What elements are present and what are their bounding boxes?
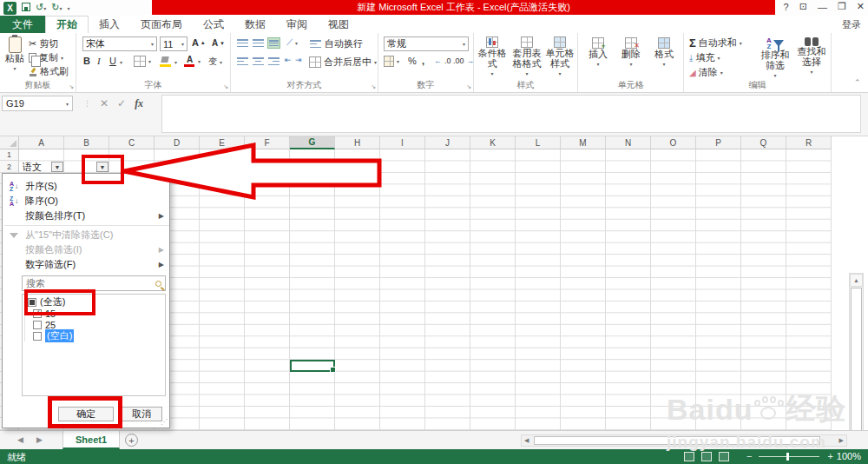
- column-header-O[interactable]: O: [651, 136, 696, 149]
- cancel-button[interactable]: 取消: [121, 407, 162, 421]
- save-button[interactable]: [22, 2, 30, 14]
- font-color-button[interactable]: A▾: [184, 56, 201, 67]
- tab-view[interactable]: 视图: [318, 16, 359, 33]
- borders-button[interactable]: ▾: [134, 56, 151, 67]
- phonetic-button[interactable]: 变▾: [208, 56, 222, 68]
- format-cells-button[interactable]: 格式▾: [649, 37, 679, 70]
- horizontal-scroll-thumb[interactable]: [534, 436, 820, 445]
- tab-insert[interactable]: 插入: [89, 16, 130, 33]
- align-right-button[interactable]: [267, 56, 280, 67]
- font-dialog-launcher[interactable]: ↘: [223, 83, 228, 90]
- scroll-left-arrow[interactable]: ◀: [524, 437, 529, 444]
- column-header-E[interactable]: E: [200, 136, 245, 149]
- sort-filter-button[interactable]: AZ 排序和筛选▾: [757, 37, 793, 81]
- percent-style-button[interactable]: %: [408, 56, 417, 66]
- increase-decimal-button[interactable]: ←.0: [434, 56, 451, 65]
- zoom-in-button[interactable]: +: [828, 451, 833, 461]
- column-header-G[interactable]: G: [290, 136, 335, 149]
- menu-clear-filter[interactable]: 从"15"中清除筛选(C): [3, 228, 169, 242]
- select-all-corner[interactable]: [0, 136, 19, 149]
- normal-view-button[interactable]: [684, 452, 694, 461]
- number-format-combo[interactable]: 常规▾: [384, 36, 469, 51]
- close-button[interactable]: ✕: [857, 1, 865, 12]
- middle-align-button[interactable]: [252, 37, 265, 49]
- align-left-button[interactable]: [236, 56, 249, 67]
- clipboard-dialog-launcher[interactable]: ↘: [69, 83, 74, 90]
- bold-button[interactable]: B: [83, 56, 90, 66]
- insert-function-button[interactable]: fx: [135, 97, 143, 110]
- align-center-button[interactable]: [252, 56, 265, 67]
- tab-page-layout[interactable]: 页面布局: [130, 16, 193, 33]
- help-button[interactable]: ?: [784, 2, 789, 12]
- delete-cells-button[interactable]: ✕ 删除▾: [616, 37, 646, 70]
- name-box[interactable]: G19▾: [2, 96, 73, 111]
- comma-style-button[interactable]: ,: [422, 56, 424, 66]
- column-header-L[interactable]: L: [516, 136, 561, 149]
- filter-item-3[interactable]: (空白): [23, 330, 165, 341]
- font-size-combo[interactable]: 11▾: [160, 36, 187, 51]
- filter-item-1[interactable]: 15: [23, 308, 165, 319]
- cancel-entry-button[interactable]: ✕: [100, 97, 108, 109]
- column-header-B[interactable]: B: [64, 136, 109, 149]
- column-header-D[interactable]: D: [155, 136, 200, 149]
- row-header-2[interactable]: 2: [0, 161, 19, 172]
- column-header-Q[interactable]: Q: [741, 136, 786, 149]
- italic-button[interactable]: I: [97, 56, 101, 66]
- enter-entry-button[interactable]: ✓: [117, 97, 126, 109]
- tab-review[interactable]: 审阅: [276, 16, 318, 33]
- accounting-format-button[interactable]: ▾: [384, 56, 399, 67]
- paste-button[interactable]: 粘贴▾: [3, 36, 26, 74]
- font-name-combo[interactable]: 宋体▾: [82, 36, 157, 51]
- filter-item-0[interactable]: (全选): [23, 296, 165, 308]
- scroll-up-arrow[interactable]: ▲: [850, 274, 863, 287]
- page-break-view-button[interactable]: [719, 452, 729, 461]
- shrink-font-button[interactable]: A▾: [212, 38, 224, 48]
- column-header-C[interactable]: C: [109, 136, 155, 149]
- menu-filter-by-color[interactable]: 按颜色筛选(I)▶: [3, 242, 169, 257]
- clear-button[interactable]: ◢清除▾: [689, 66, 723, 79]
- sheet-tab-sheet1[interactable]: Sheet1: [62, 431, 120, 449]
- autosum-button[interactable]: Σ自动求和▾: [689, 36, 742, 50]
- fill-color-button[interactable]: ▾: [160, 56, 177, 67]
- next-sheet-arrow[interactable]: ▶: [36, 435, 43, 444]
- prev-sheet-arrow[interactable]: ◀: [17, 435, 23, 444]
- checkbox-unchecked[interactable]: [33, 332, 42, 341]
- top-align-button[interactable]: [236, 37, 249, 49]
- format-as-table-button[interactable]: 套用表格格式▾: [510, 36, 543, 79]
- formula-input[interactable]: [161, 95, 861, 133]
- column-header-N[interactable]: N: [606, 136, 651, 149]
- alignment-dialog-launcher[interactable]: ↘: [371, 83, 376, 90]
- checkbox-indeterminate[interactable]: [28, 298, 36, 307]
- decrease-indent-button[interactable]: ⇤: [285, 56, 292, 64]
- filter-dropdown-b2[interactable]: ▼: [96, 162, 108, 172]
- column-header-K[interactable]: K: [470, 136, 516, 149]
- row-header-1[interactable]: 1: [0, 149, 19, 161]
- bottom-align-button[interactable]: [267, 37, 280, 49]
- zoom-out-button[interactable]: −: [746, 451, 752, 461]
- tab-file[interactable]: 文件: [0, 16, 45, 33]
- column-header-M[interactable]: M: [561, 136, 606, 149]
- menu-number-filters[interactable]: 数字筛选(F)▶: [3, 257, 169, 272]
- redo-button[interactable]: ↻▾: [51, 1, 62, 15]
- wrap-text-button[interactable]: 自动换行: [309, 37, 363, 50]
- find-select-button[interactable]: 查找和选择▾: [793, 37, 830, 77]
- collapse-ribbon-button[interactable]: ⌃: [854, 78, 861, 87]
- fill-button[interactable]: ⤓填充▾: [689, 51, 720, 64]
- underline-dropdown[interactable]: ▾: [120, 59, 122, 65]
- zoom-slider-thumb[interactable]: [786, 453, 789, 461]
- page-layout-view-button[interactable]: [701, 452, 712, 461]
- format-painter-button[interactable]: 格式刷: [29, 65, 69, 78]
- customize-qat-button[interactable]: ▾: [67, 1, 69, 15]
- column-header-F[interactable]: F: [245, 136, 290, 149]
- decrease-decimal-button[interactable]: .00→: [453, 56, 475, 65]
- tab-home[interactable]: 开始: [45, 16, 89, 33]
- resize-grip[interactable]: ⋰: [161, 418, 168, 426]
- column-header-R[interactable]: R: [786, 136, 832, 149]
- column-header-J[interactable]: J: [425, 136, 470, 149]
- number-dialog-launcher[interactable]: ↘: [466, 83, 471, 90]
- checkbox-unchecked[interactable]: [33, 321, 42, 329]
- menu-sort-descending[interactable]: ZA↓ 降序(O): [3, 194, 169, 209]
- zoom-slider[interactable]: − +: [746, 451, 833, 462]
- filter-search-box[interactable]: [22, 275, 166, 291]
- filter-dropdown-a2[interactable]: ▼: [51, 162, 63, 172]
